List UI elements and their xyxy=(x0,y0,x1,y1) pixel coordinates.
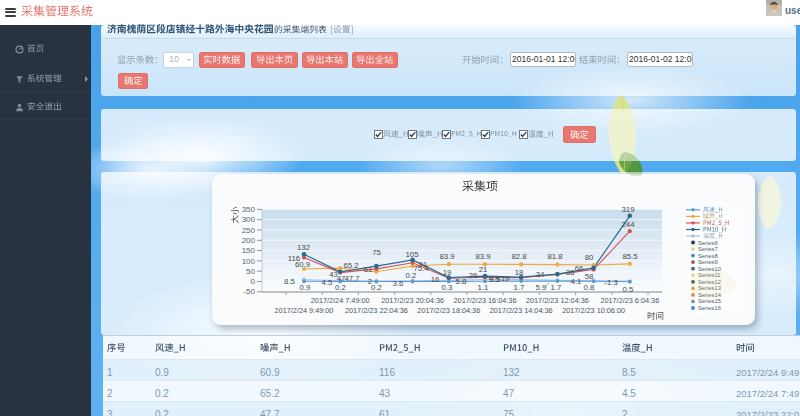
svg-text:0.8: 0.8 xyxy=(584,283,595,292)
svg-text:47.7: 47.7 xyxy=(344,274,359,283)
svg-text:2017/2/23 16:04:36: 2017/2/23 16:04:36 xyxy=(454,296,517,305)
svg-text:83.9: 83.9 xyxy=(439,252,454,261)
svg-text:2017/2/23 6:04:36: 2017/2/23 6:04:36 xyxy=(600,296,659,305)
svg-text:5.9: 5.9 xyxy=(536,283,547,292)
svg-text:Series7: Series7 xyxy=(698,246,718,252)
svg-text:2017/2/23 12:04:36: 2017/2/23 12:04:36 xyxy=(526,296,589,305)
svg-text:9.5: 9.5 xyxy=(489,275,501,284)
svg-text:Series9: Series9 xyxy=(698,259,718,265)
svg-text:1.7: 1.7 xyxy=(551,283,562,292)
svg-text:100: 100 xyxy=(242,257,256,266)
svg-text:26: 26 xyxy=(469,271,478,280)
svg-text:50: 50 xyxy=(246,267,255,276)
svg-text:75: 75 xyxy=(372,248,381,257)
svg-text:2017/2/23 14:04:36: 2017/2/23 14:04:36 xyxy=(490,306,553,315)
svg-text:65.2: 65.2 xyxy=(343,261,358,270)
svg-text:-50: -50 xyxy=(243,287,255,296)
svg-text:2017/2/24 9:49:00: 2017/2/24 9:49:00 xyxy=(275,306,334,315)
svg-text:82.8: 82.8 xyxy=(511,252,526,261)
svg-text:19: 19 xyxy=(443,268,452,277)
svg-text:-1.3: -1.3 xyxy=(604,278,617,287)
svg-text:58: 58 xyxy=(585,272,594,281)
svg-text:80: 80 xyxy=(585,253,594,262)
svg-text:83.9: 83.9 xyxy=(475,252,490,261)
svg-text:1.1: 1.1 xyxy=(478,283,489,292)
svg-text:8.5: 8.5 xyxy=(284,277,296,286)
svg-text:4.1: 4.1 xyxy=(571,277,582,286)
svg-text:132: 132 xyxy=(297,243,310,252)
svg-text:5.8: 5.8 xyxy=(456,277,467,286)
svg-text:16: 16 xyxy=(431,275,440,284)
svg-text:Series8: Series8 xyxy=(698,253,718,259)
svg-text:18: 18 xyxy=(515,268,524,277)
svg-text:81.8: 81.8 xyxy=(547,252,562,261)
svg-text:350: 350 xyxy=(242,205,256,214)
svg-text:19: 19 xyxy=(501,274,510,283)
svg-text:34: 34 xyxy=(536,270,545,279)
svg-text:0.3: 0.3 xyxy=(442,283,453,292)
svg-text:244: 244 xyxy=(621,220,635,229)
svg-text:4.5: 4.5 xyxy=(322,278,334,287)
svg-text:Series15: Series15 xyxy=(698,298,721,304)
svg-text:61: 61 xyxy=(364,265,373,274)
svg-text:3.6: 3.6 xyxy=(393,279,404,288)
svg-text:0.2: 0.2 xyxy=(406,271,417,280)
svg-text:85.5: 85.5 xyxy=(622,252,638,261)
svg-text:2017/2/23 22:04:36: 2017/2/23 22:04:36 xyxy=(345,306,408,315)
svg-text:105: 105 xyxy=(405,250,419,259)
svg-text:300: 300 xyxy=(242,215,256,224)
svg-text:21: 21 xyxy=(479,265,488,274)
svg-text:2017/2/23 10:06:00: 2017/2/23 10:06:00 xyxy=(562,306,625,315)
svg-text:Series16: Series16 xyxy=(698,305,721,311)
svg-text:0: 0 xyxy=(251,277,256,286)
svg-text:250: 250 xyxy=(242,226,256,235)
svg-text:200: 200 xyxy=(242,236,256,245)
svg-text:2017/2/23 20:04:36: 2017/2/23 20:04:36 xyxy=(381,296,444,305)
svg-text:0.2: 0.2 xyxy=(371,283,382,292)
svg-text:0.5: 0.5 xyxy=(623,285,635,294)
svg-text:0.9: 0.9 xyxy=(300,283,311,292)
svg-text:60.9: 60.9 xyxy=(295,260,310,269)
svg-text:Series6: Series6 xyxy=(698,240,718,246)
svg-text:2017/2/23 18:04:36: 2017/2/23 18:04:36 xyxy=(417,306,480,315)
svg-text:2017/2/24 7:49:00: 2017/2/24 7:49:00 xyxy=(311,296,370,305)
svg-text:0.2: 0.2 xyxy=(335,283,346,292)
svg-text:36: 36 xyxy=(566,268,575,277)
svg-text:150: 150 xyxy=(242,246,256,255)
svg-text:1.7: 1.7 xyxy=(514,283,525,292)
svg-text:66: 66 xyxy=(575,264,584,273)
svg-text:319: 319 xyxy=(621,205,634,214)
